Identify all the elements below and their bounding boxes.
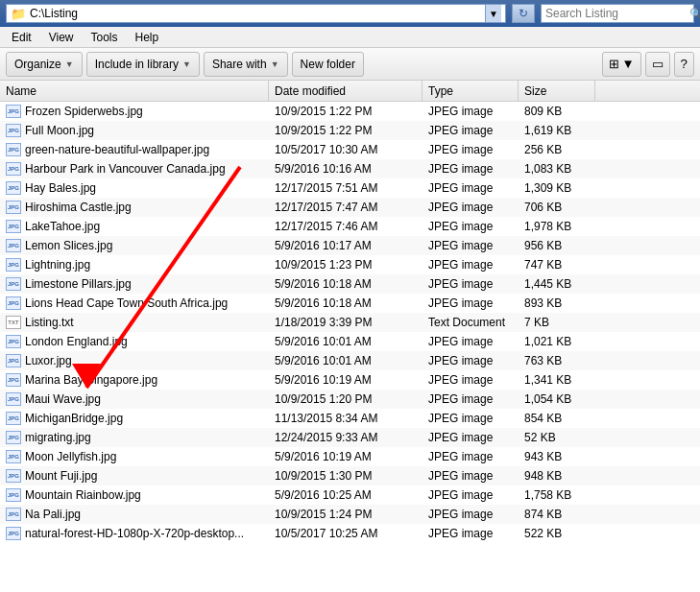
help-button[interactable]: ? [674, 52, 694, 77]
file-name: Lions Head Cape Town South Africa.jpg [25, 296, 228, 310]
table-row[interactable]: JPG Marina Bay Singapore.jpg 5/9/2016 10… [0, 370, 700, 390]
table-row[interactable]: JPG MichiganBridge.jpg 11/13/2015 8:34 A… [0, 409, 700, 428]
include-arrow-icon: ▼ [182, 59, 191, 69]
file-type-cell: JPEG image [422, 143, 519, 156]
file-name-cell: JPG LakeTahoe.jpg [0, 220, 269, 233]
file-name-cell: JPG MichiganBridge.jpg [0, 412, 269, 425]
file-name: Luxor.jpg [25, 354, 72, 367]
table-row[interactable]: JPG Maui Wave.jpg 10/9/2015 1:20 PM JPEG… [0, 390, 700, 409]
menu-edit[interactable]: Edit [4, 29, 39, 46]
file-name: Maui Wave.jpg [25, 392, 101, 406]
table-row[interactable]: JPG Frozen Spiderwebs.jpg 10/9/2015 1:22… [0, 102, 700, 121]
jpg-icon: JPG [6, 508, 21, 521]
table-row[interactable]: JPG Limestone Pillars.jpg 5/9/2016 10:18… [0, 274, 700, 294]
file-name: Limestone Pillars.jpg [25, 277, 132, 291]
jpg-icon: JPG [6, 105, 21, 118]
refresh-btn[interactable]: ↻ [512, 4, 535, 23]
organize-label: Organize [14, 58, 61, 71]
table-row[interactable]: JPG Full Moon.jpg 10/9/2015 1:22 PM JPEG… [0, 121, 700, 140]
include-label: Include in library [95, 58, 179, 71]
table-row[interactable]: JPG Lightning.jpg 10/9/2015 1:23 PM JPEG… [0, 255, 700, 274]
jpg-icon: JPG [6, 296, 21, 310]
file-type-cell: JPEG image [422, 296, 519, 310]
file-name: migrating.jpg [25, 431, 91, 444]
file-size-cell: 854 KB [519, 412, 595, 425]
file-name: Moon Jellyfish.jpg [25, 450, 116, 463]
share-with-button[interactable]: Share with ▼ [204, 52, 288, 77]
table-row[interactable]: JPG Moon Jellyfish.jpg 5/9/2016 10:19 AM… [0, 447, 700, 466]
file-name-cell: JPG Harbour Park in Vancouver Canada.jpg [0, 162, 269, 176]
menu-bar: Edit View Tools Help [0, 27, 700, 48]
file-name: Na Pali.jpg [25, 508, 81, 521]
jpg-icon: JPG [6, 373, 21, 387]
table-row[interactable]: JPG Hiroshima Castle.jpg 12/17/2015 7:47… [0, 198, 700, 217]
file-type-cell: JPEG image [422, 392, 519, 406]
table-row[interactable]: JPG Hay Bales.jpg 12/17/2015 7:51 AM JPE… [0, 178, 700, 198]
file-date-cell: 12/17/2015 7:51 AM [269, 181, 422, 195]
jpg-icon: JPG [6, 124, 21, 137]
table-row[interactable]: JPG Harbour Park in Vancouver Canada.jpg… [0, 159, 700, 178]
file-size-cell: 956 KB [519, 239, 595, 252]
file-name: Hiroshima Castle.jpg [25, 201, 132, 214]
new-folder-button[interactable]: New folder [292, 52, 364, 77]
file-type-cell: JPEG image [422, 181, 519, 195]
table-row[interactable]: JPG natural-forest-HD-1080p-X-720p-deskt… [0, 524, 700, 543]
col-date[interactable]: Date modified [269, 81, 422, 101]
file-size-cell: 1,619 KB [519, 124, 595, 137]
file-date-cell: 5/9/2016 10:19 AM [269, 450, 422, 463]
include-in-library-button[interactable]: Include in library ▼ [86, 52, 200, 77]
file-size-cell: 874 KB [519, 508, 595, 521]
column-headers: Name Date modified Type Size [0, 81, 700, 102]
address-input[interactable] [30, 7, 481, 20]
search-box[interactable]: 🔍 [541, 4, 694, 23]
table-row[interactable]: JPG Lions Head Cape Town South Africa.jp… [0, 294, 700, 313]
view-options-button[interactable]: ⊞ ▼ [602, 52, 640, 77]
table-row[interactable]: JPG Luxor.jpg 5/9/2016 10:01 AM JPEG ima… [0, 351, 700, 370]
file-size-cell: 52 KB [519, 431, 595, 444]
address-bar[interactable]: 📁 ▼ [6, 4, 506, 23]
file-size-cell: 948 KB [519, 469, 595, 483]
preview-pane-button[interactable]: ▭ [645, 52, 670, 77]
file-type-cell: JPEG image [422, 335, 519, 348]
table-row[interactable]: JPG London England.jpg 5/9/2016 10:01 AM… [0, 332, 700, 351]
search-input[interactable] [545, 7, 689, 20]
preview-icon: ▭ [652, 57, 664, 71]
share-arrow-icon: ▼ [271, 59, 279, 69]
file-size-cell: 522 KB [519, 527, 595, 540]
table-row[interactable]: JPG Lemon Slices.jpg 5/9/2016 10:17 AM J… [0, 236, 700, 255]
file-date-cell: 11/13/2015 8:34 AM [269, 412, 422, 425]
table-row[interactable]: JPG migrating.jpg 12/24/2015 9:33 AM JPE… [0, 428, 700, 447]
col-type[interactable]: Type [422, 81, 519, 101]
file-name-cell: JPG Na Pali.jpg [0, 508, 269, 521]
file-date-cell: 10/9/2015 1:22 PM [269, 105, 422, 118]
file-date-cell: 10/9/2015 1:23 PM [269, 258, 422, 272]
file-name: Mount Fuji.jpg [25, 469, 97, 483]
file-type-cell: JPEG image [422, 354, 519, 367]
table-row[interactable]: TXT Listing.txt 1/18/2019 3:39 PM Text D… [0, 313, 700, 332]
table-row[interactable]: JPG green-nature-beautiful-wallpaper.jpg… [0, 140, 700, 159]
table-row[interactable]: JPG Mountain Riainbow.jpg 5/9/2016 10:25… [0, 485, 700, 505]
table-row[interactable]: JPG Na Pali.jpg 10/9/2015 1:24 PM JPEG i… [0, 505, 700, 524]
file-type-cell: JPEG image [422, 239, 519, 252]
menu-help[interactable]: Help [128, 29, 167, 46]
content-area: Name Date modified Type Size JPG Frozen … [0, 81, 700, 592]
table-row[interactable]: JPG Mount Fuji.jpg 10/9/2015 1:30 PM JPE… [0, 466, 700, 485]
file-date-cell: 12/17/2015 7:47 AM [269, 201, 422, 214]
jpg-icon: JPG [6, 258, 21, 272]
file-type-cell: JPEG image [422, 162, 519, 176]
address-dropdown-btn[interactable]: ▼ [485, 5, 501, 22]
folder-icon: 📁 [11, 7, 26, 21]
organize-button[interactable]: Organize ▼ [6, 52, 83, 77]
menu-view[interactable]: View [41, 29, 82, 46]
table-row[interactable]: JPG LakeTahoe.jpg 12/17/2015 7:46 AM JPE… [0, 217, 700, 236]
file-name: MichiganBridge.jpg [25, 412, 123, 425]
file-type-cell: JPEG image [422, 488, 519, 502]
new-folder-label: New folder [301, 58, 355, 71]
txt-icon: TXT [6, 316, 21, 329]
file-type-cell: JPEG image [422, 124, 519, 137]
menu-tools[interactable]: Tools [83, 29, 125, 46]
file-name: natural-forest-HD-1080p-X-720p-desktop..… [25, 527, 244, 540]
col-size[interactable]: Size [519, 81, 595, 101]
file-type-cell: JPEG image [422, 201, 519, 214]
col-name[interactable]: Name [0, 81, 269, 101]
